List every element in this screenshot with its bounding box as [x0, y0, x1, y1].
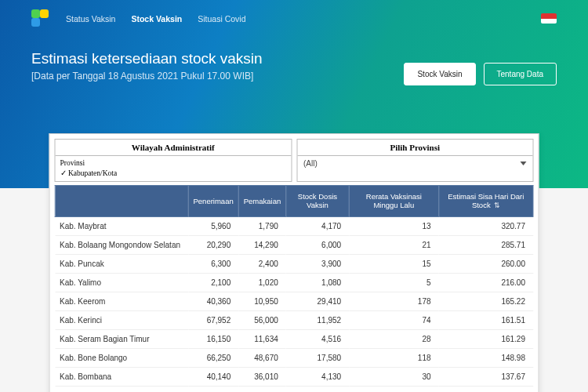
row-cell: 25,920	[188, 386, 238, 392]
row-cell: 66,250	[188, 348, 238, 367]
table-row[interactable]: Kab. Kerinci67,95256,00011,95274161.51	[55, 310, 533, 329]
row-cell: 21	[349, 235, 438, 254]
row-cell: 320.77	[439, 216, 533, 235]
row-cell: 6,000	[286, 235, 349, 254]
provinsi-value: (All)	[303, 159, 318, 168]
row-label: Kab. Seram Bagian Timur	[55, 329, 188, 348]
row-label: Kab. Bombana	[55, 367, 188, 386]
wilayah-options[interactable]: Provinsi Kabupaten/Kota	[56, 156, 292, 181]
provinsi-header: Pilih Provinsi	[297, 140, 533, 156]
table-head: PenerimaanPemakaianStock Dosis VaksinRer…	[55, 185, 533, 216]
table-row[interactable]: Kab. Seram Bagian Timur16,15011,6344,516…	[55, 329, 533, 348]
stock-table: PenerimaanPemakaianStock Dosis VaksinRer…	[55, 185, 534, 392]
row-cell: 16,150	[188, 329, 238, 348]
row-cell: 10,950	[238, 292, 286, 310]
col-header-5[interactable]: Estimasi Sisa Hari Dari Stock⇅	[439, 185, 533, 216]
row-label: Kab. Bone Bolango	[55, 348, 188, 367]
flag-icon[interactable]	[541, 13, 557, 24]
wilayah-header: Wilayah Administratif	[56, 140, 292, 156]
table-row[interactable]: Kab. Bone Bolango66,25048,67017,58011814…	[55, 348, 533, 367]
row-cell: 56,000	[238, 310, 286, 329]
row-cell: 30	[349, 367, 438, 386]
col-header-0[interactable]	[55, 185, 188, 216]
nav-link-2[interactable]: Situasi Covid	[198, 14, 245, 24]
nav-link-1[interactable]: Stock Vaksin	[131, 14, 182, 24]
row-cell: 74	[349, 310, 438, 329]
row-cell: 285.71	[439, 235, 533, 254]
row-cell: 67,952	[188, 310, 238, 329]
row-cell: 14,290	[238, 235, 286, 254]
table-row[interactable]: Kab. Kepulauan Mentawai25,92020,3305,590…	[55, 386, 533, 392]
topbar: Status VaksinStock VaksinSituasi Covid	[31, 0, 557, 28]
row-cell: 11,634	[238, 329, 286, 348]
row-cell: 148.98	[439, 348, 533, 367]
row-cell: 161.51	[439, 310, 533, 329]
row-cell: 13	[349, 216, 438, 235]
row-cell: 1,020	[238, 273, 286, 292]
row-cell: 3,900	[286, 254, 349, 273]
row-cell: 40,140	[188, 367, 238, 386]
chevron-down-icon	[521, 162, 527, 165]
table-row[interactable]: Kab. Puncak6,3002,4003,90015260.00	[55, 254, 533, 273]
row-cell: 15	[349, 254, 438, 273]
row-cell: 41	[349, 386, 438, 392]
wilayah-filter[interactable]: Wilayah Administratif Provinsi Kabupaten…	[55, 139, 292, 182]
logo	[31, 9, 49, 27]
row-cell: 260.00	[439, 254, 533, 273]
row-label: Kab. Maybrat	[55, 216, 188, 235]
provinsi-select[interactable]: (All)	[297, 156, 533, 171]
table-row[interactable]: Kab. Keerom40,36010,95029,410178165.22	[55, 292, 533, 310]
table-row[interactable]: Kab. Maybrat5,9601,7904,17013320.77	[55, 216, 533, 235]
row-label: Kab. Puncak	[55, 254, 188, 273]
row-cell: 2,400	[238, 254, 286, 273]
row-label: Kab. Yalimo	[55, 273, 188, 292]
table-body: Kab. Maybrat5,9601,7904,17013320.77Kab. …	[55, 216, 533, 392]
row-cell: 11,952	[286, 310, 349, 329]
row-cell: 178	[349, 292, 438, 310]
col-header-3[interactable]: Stock Dosis Vaksin	[286, 185, 349, 216]
nav-link-0[interactable]: Status Vaksin	[66, 14, 115, 24]
hero-buttons: Stock Vaksin Tentang Data	[404, 63, 557, 85]
row-cell: 28	[349, 329, 438, 348]
row-cell: 5	[349, 273, 438, 292]
row-cell: 4,516	[286, 329, 349, 348]
col-header-2[interactable]: Pemakaian	[238, 185, 286, 216]
row-cell: 118	[349, 348, 438, 367]
row-cell: 1,080	[286, 273, 349, 292]
row-cell: 216.00	[439, 273, 533, 292]
row-cell: 5,590	[286, 386, 349, 392]
table-row[interactable]: Kab. Bombana40,14036,0104,13030137.67	[55, 367, 533, 386]
nav: Status VaksinStock VaksinSituasi Covid	[66, 11, 262, 25]
col-header-1[interactable]: Penerimaan	[188, 185, 238, 216]
row-cell: 1,790	[238, 216, 286, 235]
row-cell: 20,290	[188, 235, 238, 254]
tentang-data-button[interactable]: Tentang Data	[484, 63, 557, 85]
row-label: Kab. Keerom	[55, 292, 188, 310]
row-cell: 5,960	[188, 216, 238, 235]
table-row[interactable]: Kab. Yalimo2,1001,0201,0805216.00	[55, 273, 533, 292]
wilayah-opt-provinsi[interactable]: Provinsi	[60, 158, 287, 169]
row-cell: 40,360	[188, 292, 238, 310]
row-cell: 17,580	[286, 348, 349, 367]
row-cell: 36,010	[238, 367, 286, 386]
stock-vaksin-button[interactable]: Stock Vaksin	[404, 63, 475, 85]
provinsi-filter[interactable]: Pilih Provinsi (All)	[296, 139, 534, 182]
row-label: Kab. Kerinci	[55, 310, 188, 329]
data-panel: Wilayah Administratif Provinsi Kabupaten…	[49, 133, 539, 392]
row-cell: 4,130	[286, 367, 349, 386]
row-label: Kab. Kepulauan Mentawai	[55, 386, 188, 392]
table-row[interactable]: Kab. Bolaang Mongondow Selatan20,29014,2…	[55, 235, 533, 254]
row-cell: 136.34	[439, 386, 533, 392]
row-cell: 6,300	[188, 254, 238, 273]
row-cell: 48,670	[238, 348, 286, 367]
row-label: Kab. Bolaang Mongondow Selatan	[55, 235, 188, 254]
col-header-4[interactable]: Rerata Vaksinasi Minggu Lalu	[349, 185, 438, 216]
row-cell: 161.29	[439, 329, 533, 348]
wilayah-opt-kabupaten[interactable]: Kabupaten/Kota	[60, 169, 287, 179]
table-wrap: PenerimaanPemakaianStock Dosis VaksinRer…	[55, 185, 534, 392]
row-cell: 20,330	[238, 386, 286, 392]
row-cell: 4,170	[286, 216, 349, 235]
row-cell: 165.22	[439, 292, 533, 310]
filters: Wilayah Administratif Provinsi Kabupaten…	[55, 139, 534, 182]
sort-desc-icon: ⇅	[494, 201, 500, 210]
